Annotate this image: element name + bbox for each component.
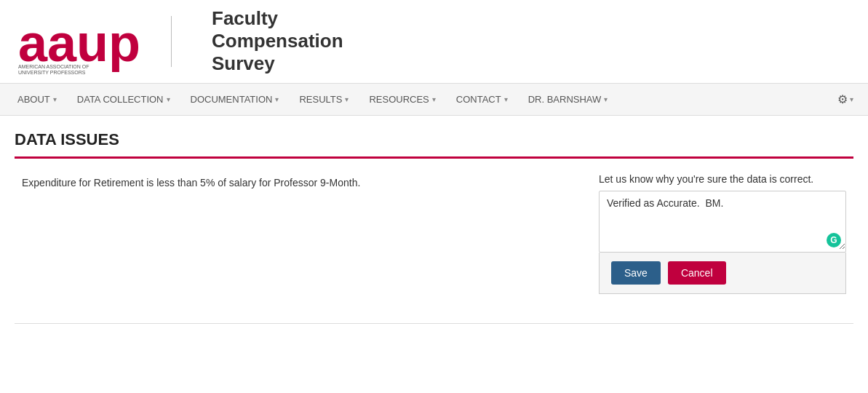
aaup-logo: aaup AMERICAN ASSOCIATION OF UNIVERSITY … bbox=[15, 9, 160, 74]
svg-text:aaup: aaup bbox=[18, 14, 140, 72]
navbar: ABOUT ▾ DATA COLLECTION ▾ DOCUMENTATION … bbox=[0, 84, 868, 116]
footer-divider bbox=[15, 323, 853, 324]
nav-dr-barnshaw-label: DR. BARNSHAW bbox=[528, 94, 602, 105]
nav-about-caret: ▾ bbox=[53, 95, 57, 103]
save-button[interactable]: Save bbox=[611, 261, 661, 285]
gear-caret: ▾ bbox=[850, 95, 853, 103]
nav-data-collection-caret: ▾ bbox=[167, 95, 170, 103]
nav-contact-caret: ▾ bbox=[504, 95, 508, 103]
header-divider bbox=[171, 16, 172, 67]
settings-gear[interactable]: ⚙ ▾ bbox=[830, 84, 861, 115]
nav-resources-caret: ▾ bbox=[432, 95, 436, 103]
form-actions: Save Cancel bbox=[599, 253, 846, 294]
nav-dr-barnshaw-caret: ▾ bbox=[604, 95, 608, 103]
main-content: DATA ISSUES Expenditure for Retirement i… bbox=[0, 116, 868, 338]
logo-area: aaup AMERICAN ASSOCIATION OF UNIVERSITY … bbox=[15, 9, 183, 74]
nav-dr-barnshaw[interactable]: DR. BARNSHAW ▾ bbox=[518, 84, 618, 115]
cancel-button[interactable]: Cancel bbox=[668, 261, 726, 285]
gear-icon: ⚙ bbox=[837, 92, 848, 106]
svg-text:AMERICAN ASSOCIATION OF: AMERICAN ASSOCIATION OF bbox=[18, 64, 89, 69]
issue-form: Let us know why you're sure the data is … bbox=[599, 173, 846, 294]
nav-results-caret: ▾ bbox=[345, 95, 349, 103]
nav-data-collection-label: DATA COLLECTION bbox=[77, 94, 164, 105]
nav-about-label: ABOUT bbox=[17, 94, 50, 105]
nav-documentation-caret: ▾ bbox=[275, 95, 279, 103]
data-issues-row: Expenditure for Retirement is less than … bbox=[15, 173, 853, 294]
nav-resources-label: RESOURCES bbox=[369, 94, 429, 105]
nav-contact[interactable]: CONTACT ▾ bbox=[446, 84, 518, 115]
site-header: aaup AMERICAN ASSOCIATION OF UNIVERSITY … bbox=[0, 0, 868, 84]
verification-textarea[interactable] bbox=[600, 191, 845, 250]
grammarly-icon: G bbox=[827, 233, 841, 247]
nav-documentation[interactable]: DOCUMENTATION ▾ bbox=[180, 84, 290, 115]
nav-contact-label: CONTACT bbox=[456, 94, 501, 105]
nav-documentation-label: DOCUMENTATION bbox=[191, 94, 273, 105]
page-title: DATA ISSUES bbox=[15, 130, 853, 159]
issue-description: Expenditure for Retirement is less than … bbox=[22, 173, 584, 188]
site-title: Faculty Compensation Survey bbox=[212, 7, 343, 76]
textarea-wrapper: G bbox=[599, 191, 846, 253]
nav-results-label: RESULTS bbox=[299, 94, 342, 105]
nav-data-collection[interactable]: DATA COLLECTION ▾ bbox=[67, 84, 180, 115]
nav-about[interactable]: ABOUT ▾ bbox=[7, 84, 67, 115]
svg-text:UNIVERSITY PROFESSORS: UNIVERSITY PROFESSORS bbox=[18, 70, 86, 74]
nav-resources[interactable]: RESOURCES ▾ bbox=[359, 84, 445, 115]
form-label: Let us know why you're sure the data is … bbox=[599, 173, 846, 185]
nav-results[interactable]: RESULTS ▾ bbox=[289, 84, 359, 115]
